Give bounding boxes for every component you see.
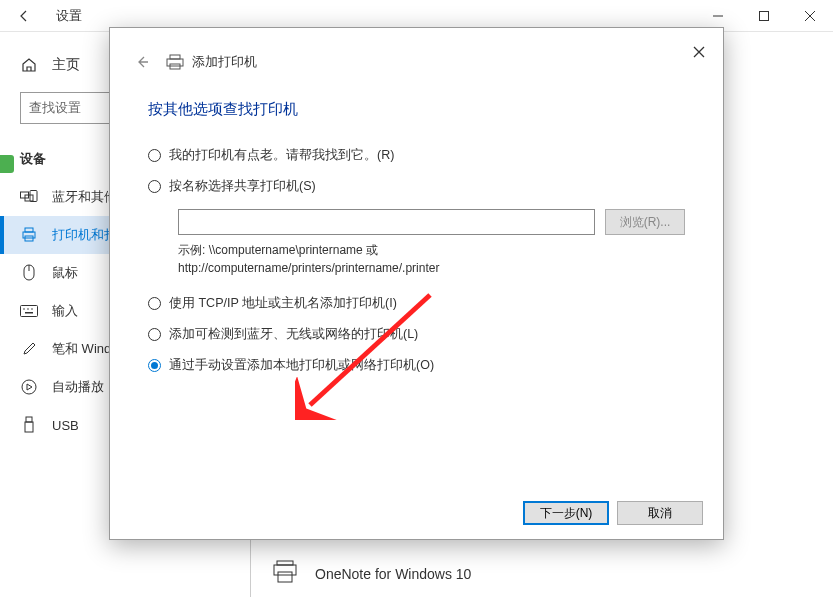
svg-point-15	[22, 380, 36, 394]
radio-option-old-printer[interactable]: 我的打印机有点老。请帮我找到它。(R)	[148, 147, 685, 164]
dialog-back-button[interactable]	[130, 50, 154, 74]
pen-icon	[20, 340, 38, 358]
maximize-button[interactable]	[741, 0, 787, 32]
svg-rect-20	[278, 572, 292, 582]
add-printer-dialog: 添加打印机 按其他选项查找打印机 我的打印机有点老。请帮我找到它。(R) 按名称…	[109, 27, 724, 540]
browse-button[interactable]: 浏览(R)...	[605, 209, 685, 235]
search-placeholder: 查找设置	[29, 99, 81, 117]
autoplay-icon	[20, 378, 38, 396]
svg-rect-18	[277, 561, 293, 565]
minimize-icon	[713, 11, 723, 21]
printer-icon	[166, 54, 184, 70]
svg-rect-16	[26, 417, 32, 422]
radio-icon	[148, 328, 161, 341]
svg-rect-17	[25, 422, 33, 432]
maximize-icon	[759, 11, 769, 21]
radio-icon	[148, 149, 161, 162]
radio-label: 添加可检测到蓝牙、无线或网络的打印机(L)	[169, 326, 418, 343]
dialog-heading: 按其他选项查找打印机	[148, 100, 685, 119]
edge-tab-indicator	[0, 155, 14, 173]
svg-rect-22	[167, 59, 183, 66]
sidebar-item-label: 输入	[52, 302, 78, 320]
usb-icon	[20, 416, 38, 434]
radio-label: 我的打印机有点老。请帮我找到它。(R)	[169, 147, 394, 164]
sidebar-item-label: USB	[52, 418, 79, 433]
radio-option-tcpip[interactable]: 使用 TCP/IP 地址或主机名添加打印机(I)	[148, 295, 685, 312]
svg-rect-5	[25, 228, 33, 232]
radio-icon	[148, 180, 161, 193]
arrow-left-icon	[134, 54, 150, 70]
close-icon	[805, 11, 815, 21]
radio-label: 通过手动设置添加本地打印机或网络打印机(O)	[169, 357, 434, 374]
printer-item-icon	[271, 558, 299, 589]
back-button[interactable]	[0, 0, 48, 32]
svg-rect-14	[25, 312, 33, 314]
bluetooth-devices-icon	[20, 188, 38, 206]
cancel-button[interactable]: 取消	[617, 501, 703, 525]
printer-list-item[interactable]: OneNote for Windows 10	[271, 550, 833, 597]
home-icon	[20, 56, 38, 74]
svg-rect-1	[760, 11, 769, 20]
radio-icon	[148, 359, 161, 372]
sidebar-item-label: 鼠标	[52, 264, 78, 282]
printer-icon	[20, 226, 38, 244]
close-button[interactable]	[787, 0, 833, 32]
svg-point-13	[31, 308, 33, 310]
home-label: 主页	[52, 56, 80, 74]
radio-option-manual[interactable]: 通过手动设置添加本地打印机或网络打印机(O)	[148, 357, 685, 374]
svg-point-11	[23, 308, 25, 310]
radio-label: 使用 TCP/IP 地址或主机名添加打印机(I)	[169, 295, 397, 312]
sidebar-item-label: 自动播放	[52, 378, 104, 396]
dialog-title: 添加打印机	[192, 53, 257, 71]
arrow-left-icon	[17, 9, 31, 23]
printer-item-label: OneNote for Windows 10	[315, 566, 471, 582]
svg-rect-10	[21, 306, 38, 317]
shared-printer-input[interactable]	[178, 209, 595, 235]
dialog-close-button[interactable]	[683, 36, 715, 68]
radio-label: 按名称选择共享打印机(S)	[169, 178, 316, 195]
window-title: 设置	[56, 7, 82, 25]
next-button[interactable]: 下一步(N)	[523, 501, 609, 525]
radio-icon	[148, 297, 161, 310]
example-text: 示例: \\computername\printername 或 http://…	[178, 241, 685, 277]
svg-rect-19	[274, 565, 296, 575]
radio-option-wireless[interactable]: 添加可检测到蓝牙、无线或网络的打印机(L)	[148, 326, 685, 343]
mouse-icon	[20, 264, 38, 282]
close-icon	[693, 46, 705, 58]
svg-point-12	[27, 308, 29, 310]
radio-option-shared-name[interactable]: 按名称选择共享打印机(S)	[148, 178, 685, 195]
keyboard-icon	[20, 302, 38, 320]
svg-rect-21	[170, 55, 180, 59]
